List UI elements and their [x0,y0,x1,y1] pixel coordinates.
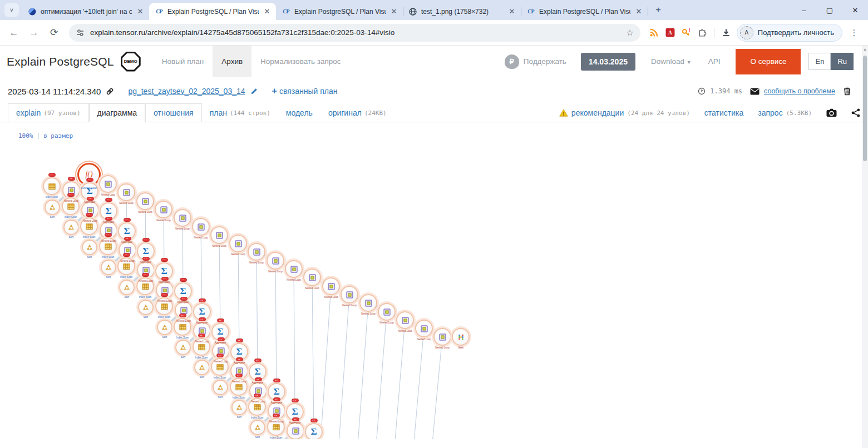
tab-close-icon[interactable]: ✕ [263,7,272,16]
scrollbar-thumb[interactable] [863,56,867,161]
tab-diagram[interactable]: диаграмма [89,103,146,122]
plan-node-nloop[interactable] [99,175,117,193]
node-alert-badge: •• [68,177,75,181]
plan-node-label: Nested Loop [236,261,277,264]
api-link[interactable]: API [708,57,721,66]
zoom-level[interactable]: 100% [18,132,33,140]
window-maximize-button[interactable]: ▢ [817,0,842,20]
identity-verify-chip[interactable]: A Подтвердить личность [737,24,842,42]
about-service-button[interactable]: О сервисе [736,49,801,74]
main-nav: Новый план Архив Нормализовать запрос [153,46,350,77]
tab-model[interactable]: модель [278,104,320,122]
plan-node-nloop[interactable] [359,294,377,312]
browser-tab-strip: ˅ оптимизация '+10left join' на с ✕ CP E… [0,0,868,20]
tab-recommendations[interactable]: ! рекомендации(24 для 24 узлов) [559,108,690,117]
plan-node-nloop[interactable] [117,183,135,201]
page-scrollbar[interactable]: ▲ [862,46,868,448]
node-alert-badge: •• [217,318,224,322]
plan-node-label: Aggregate [144,281,185,283]
tab-relations[interactable]: отношения [145,103,202,122]
address-bar[interactable]: explain.tensor.ru/archive/explain/14275a… [69,24,640,42]
node-alert-badge: •• [292,399,299,402]
date-button[interactable]: 14.03.2025 [581,53,635,71]
tab-close-icon[interactable]: ✕ [507,7,516,16]
plan-node-nloop[interactable] [210,226,228,244]
pdf-extension-icon[interactable]: A [665,28,675,37]
permalink-icon[interactable] [106,87,114,96]
plan-node-nloop[interactable] [136,192,154,210]
tab-close-icon[interactable]: ✕ [136,7,145,16]
tab-original[interactable]: оригинал(24KB) [320,104,394,122]
tab-close-icon[interactable]: ✕ [389,7,398,16]
globe-favicon-icon [408,7,417,16]
share-icon[interactable] [851,108,860,117]
bookmark-star-icon[interactable]: ☆ [626,28,633,38]
tab-plan[interactable]: план(144 строк) [202,104,278,122]
browser-tab-1[interactable]: оптимизация '+10left join' на с ✕ [22,3,149,20]
plan-node-nloop[interactable] [285,260,303,278]
tab-search-button[interactable]: ˅ [4,3,19,17]
url-text[interactable]: explain.tensor.ru/archive/explain/14275a… [90,28,620,37]
site-brand[interactable]: Explain PostgreSQL [7,55,114,68]
screenshot-camera-icon[interactable] [826,108,837,117]
caret-down-icon: ▼ [687,59,692,65]
plan-node-nloop[interactable] [415,320,433,337]
window-controls: – ▢ ✕ [791,0,868,20]
nav-new-plan[interactable]: Новый план [153,46,213,77]
plan-node-nloop[interactable] [174,209,191,227]
forward-button[interactable]: → [26,24,42,41]
nav-archive[interactable]: Архив [213,46,251,77]
window-minimize-button[interactable]: – [791,0,817,20]
window-close-button[interactable]: ✕ [842,0,868,20]
plan-node-label: Nested Loop [143,219,184,222]
plan-node-nloop[interactable] [192,218,210,236]
scrollbar-up-icon[interactable]: ▲ [862,47,868,51]
node-alert-badge: •• [198,333,205,337]
new-tab-button[interactable]: + [651,3,665,17]
report-problem-link[interactable]: сообщить о проблеме [764,87,835,95]
plan-node-label: Aggregate [162,301,204,303]
plan-node-agg[interactable]: Σ [305,423,323,439]
plan-node-nloop[interactable] [155,201,172,218]
browser-tab-5[interactable]: CP Explain PostgreSQL / Plan Visua ✕ [521,3,648,20]
plan-node-nloop[interactable] [378,303,396,321]
browser-tab-2-active[interactable]: CP Explain PostgreSQL / Plan Visua ✕ [149,3,276,20]
zoom-fit-button[interactable]: в размер [43,132,73,140]
node-alert-badge: •• [273,379,280,382]
plan-node-nloop[interactable] [229,235,247,252]
site-settings-icon[interactable] [76,28,85,37]
download-menu[interactable]: Download ▼ [651,57,692,66]
plan-node-nloop[interactable] [248,243,265,261]
plan-node-table[interactable] [43,177,61,195]
downloads-icon[interactable] [721,28,731,38]
plan-node-nloop[interactable] [396,311,414,329]
plan-node-nloop[interactable] [433,328,451,346]
browser-menu-icon[interactable]: ⋮ [846,24,862,41]
node-alert-badge: •• [161,277,169,281]
tab-query[interactable]: запрос(5.3KB) [758,108,812,117]
rss-extension-icon[interactable] [649,28,659,37]
lang-ru-button[interactable]: Ru [831,53,854,70]
back-button[interactable]: ← [6,24,22,41]
password-key-extension-icon[interactable]: ! [682,28,691,37]
plan-node-nloop[interactable] [322,277,340,295]
delete-trash-icon[interactable] [843,87,851,96]
edit-pencil-icon[interactable] [250,87,258,95]
plan-node-nloop[interactable] [267,252,284,270]
plan-node-nloop[interactable] [303,268,321,286]
browser-tab-4[interactable]: test_1.png (1758×732) ✕ [403,3,521,20]
add-linked-plan-link[interactable]: + связанный план [272,86,338,96]
plan-node-nloop[interactable] [341,286,358,303]
support-link[interactable]: ₽ Поддержать [505,54,566,69]
reload-button[interactable]: ⟳ [46,24,62,41]
extensions-puzzle-icon[interactable] [698,28,707,37]
lang-en-button[interactable]: En [808,53,831,70]
tab-close-icon[interactable]: ✕ [634,7,643,16]
browser-tab-3[interactable]: CP Explain PostgreSQL / Plan Visua ✕ [276,3,403,20]
plan-node-hash[interactable] [452,328,470,346]
nav-normalize-query[interactable]: Нормализовать запрос [251,46,350,77]
tab-statistics[interactable]: статистика [704,108,743,117]
tab-explain[interactable]: explain(97 узлов) [8,103,89,122]
plan-name-link[interactable]: pg_test_zaytsev_02_2025_03_14 [128,87,245,96]
demo-badge: DEMO [121,52,141,72]
